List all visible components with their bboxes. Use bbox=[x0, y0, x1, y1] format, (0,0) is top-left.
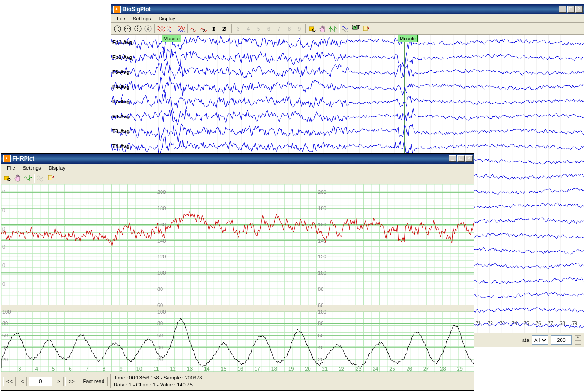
minimize-button[interactable]: _ bbox=[559, 6, 566, 13]
zoom-icon[interactable] bbox=[307, 24, 317, 34]
svg-text:7: 7 bbox=[278, 26, 280, 32]
maximize-button[interactable]: □ bbox=[457, 155, 465, 162]
svg-point-8 bbox=[129, 28, 130, 29]
gray-9-icon[interactable]: 9 bbox=[294, 24, 304, 34]
gray-7-icon[interactable]: 7 bbox=[274, 24, 284, 34]
svg-text:60: 60 bbox=[157, 333, 163, 338]
montage-2-icon[interactable] bbox=[123, 24, 133, 34]
wave-mode-3-icon[interactable] bbox=[176, 24, 187, 34]
wave-mode-1-icon[interactable] bbox=[156, 24, 166, 34]
nav-prev-button[interactable]: < bbox=[18, 377, 27, 386]
fhr-status-bar: << < > >> Fast read Time : 00:13:56.158 … bbox=[1, 372, 474, 390]
menu-display[interactable]: Display bbox=[45, 165, 69, 171]
svg-text:3: 3 bbox=[237, 26, 239, 32]
nav-first-button[interactable]: << bbox=[3, 377, 16, 386]
zoom-icon[interactable] bbox=[2, 173, 13, 183]
export-icon[interactable] bbox=[361, 24, 371, 34]
svg-text:5: 5 bbox=[257, 26, 260, 32]
svg-text:100: 100 bbox=[318, 309, 326, 315]
pan-hand-icon[interactable] bbox=[13, 173, 23, 183]
svg-text:80: 80 bbox=[2, 321, 8, 327]
menu-display[interactable]: Display bbox=[155, 15, 179, 22]
svg-text:80: 80 bbox=[157, 321, 163, 327]
toolbar-separator bbox=[34, 174, 35, 183]
channel-label: F8-Avg bbox=[112, 114, 129, 119]
gray-3-icon[interactable]: 3 bbox=[233, 24, 243, 34]
fhr-titlebar[interactable]: FHRPlot _ □ × bbox=[1, 154, 474, 164]
gray-4-icon[interactable]: 4 bbox=[243, 24, 253, 34]
svg-point-4 bbox=[118, 30, 119, 31]
channel-label: F7-Avg bbox=[112, 99, 129, 104]
svg-text:27: 27 bbox=[423, 366, 429, 372]
filter-icon[interactable] bbox=[36, 173, 46, 183]
nav-next-button[interactable]: > bbox=[54, 377, 63, 386]
measure-icon[interactable] bbox=[328, 24, 338, 34]
svg-point-7 bbox=[127, 28, 128, 29]
fast-read-button[interactable]: Fast read bbox=[80, 377, 108, 386]
event-marker-icon[interactable]: EVT bbox=[351, 24, 361, 34]
menu-file[interactable]: File bbox=[3, 165, 19, 171]
gray-5-icon[interactable]: 5 bbox=[253, 24, 264, 34]
menu-file[interactable]: File bbox=[113, 15, 129, 22]
svg-point-1 bbox=[116, 27, 116, 28]
menu-settings[interactable]: Settings bbox=[129, 15, 155, 22]
event-tag-muscle[interactable]: Muscle bbox=[398, 35, 418, 42]
svg-text:2: 2 bbox=[222, 26, 225, 32]
channel-label: Fp1-Avg bbox=[112, 39, 133, 45]
svg-text:13: 13 bbox=[187, 366, 193, 372]
nav-last-button[interactable]: >> bbox=[65, 377, 78, 386]
gray-6-icon[interactable]: 6 bbox=[264, 24, 274, 34]
biosig-time-axis: .71 .72 .73 .74 .75 .76 .77 .78 .79 bbox=[474, 321, 583, 326]
fhr-plot-area[interactable]: 2001801601401201008060200180160140120100… bbox=[1, 184, 474, 372]
scale-spinner[interactable]: +− bbox=[575, 335, 581, 345]
biosig-title: BioSigPlot bbox=[123, 6, 559, 13]
menu-settings[interactable]: Settings bbox=[19, 165, 45, 171]
montage-1-icon[interactable] bbox=[112, 24, 123, 34]
svg-rect-82 bbox=[48, 175, 52, 180]
montage-3-icon[interactable] bbox=[133, 24, 143, 34]
scale-1-label-icon[interactable]: 1 bbox=[210, 24, 220, 34]
svg-text:6: 6 bbox=[69, 366, 71, 372]
svg-text:140: 140 bbox=[157, 238, 166, 244]
svg-text:21: 21 bbox=[322, 366, 328, 372]
matlab-icon bbox=[3, 155, 11, 162]
svg-text:40: 40 bbox=[157, 345, 163, 350]
svg-text:22: 22 bbox=[339, 366, 344, 372]
spin-down-icon[interactable]: − bbox=[575, 340, 581, 345]
minimize-button[interactable]: _ bbox=[449, 155, 456, 162]
spin-up-icon[interactable]: + bbox=[575, 335, 581, 340]
data-label: ata bbox=[522, 337, 529, 343]
toolbar-separator bbox=[305, 24, 306, 33]
svg-text:120: 120 bbox=[157, 254, 166, 259]
svg-text:9: 9 bbox=[120, 366, 123, 372]
svg-text:0: 0 bbox=[2, 263, 5, 268]
nav-position-input[interactable] bbox=[29, 377, 52, 386]
export-icon[interactable] bbox=[46, 173, 56, 183]
montage-4-icon[interactable]: 4 bbox=[143, 24, 153, 34]
gray-8-icon[interactable]: 8 bbox=[284, 24, 294, 34]
filter-icon[interactable] bbox=[341, 24, 351, 34]
scale-1-up-icon[interactable]: ↑1 bbox=[189, 24, 200, 34]
svg-text:EVT: EVT bbox=[352, 25, 360, 30]
biosig-titlebar[interactable]: BioSigPlot _ □ × bbox=[111, 4, 584, 14]
maximize-button[interactable]: □ bbox=[567, 6, 575, 13]
data-select[interactable]: All bbox=[532, 335, 548, 345]
svg-text:100: 100 bbox=[318, 270, 326, 276]
wave-mode-2-icon[interactable] bbox=[166, 24, 176, 34]
svg-text:1: 1 bbox=[192, 28, 195, 33]
close-button[interactable]: × bbox=[575, 6, 583, 13]
scale-2-up-icon[interactable]: ↑2 bbox=[200, 24, 210, 34]
svg-point-3 bbox=[116, 30, 116, 31]
scale-input[interactable] bbox=[551, 335, 572, 345]
svg-text:0: 0 bbox=[2, 207, 5, 213]
event-tag-muscle[interactable]: Muscle bbox=[162, 35, 181, 42]
scale-2-label-icon[interactable]: 2 bbox=[220, 24, 230, 34]
toolbar-separator bbox=[154, 24, 155, 33]
pan-hand-icon[interactable] bbox=[317, 24, 328, 34]
svg-text:28: 28 bbox=[440, 366, 446, 372]
close-button[interactable]: × bbox=[465, 155, 473, 162]
svg-text:4: 4 bbox=[147, 26, 149, 32]
svg-point-0 bbox=[114, 26, 121, 32]
measure-icon[interactable] bbox=[23, 173, 33, 183]
svg-text:120: 120 bbox=[318, 254, 326, 259]
